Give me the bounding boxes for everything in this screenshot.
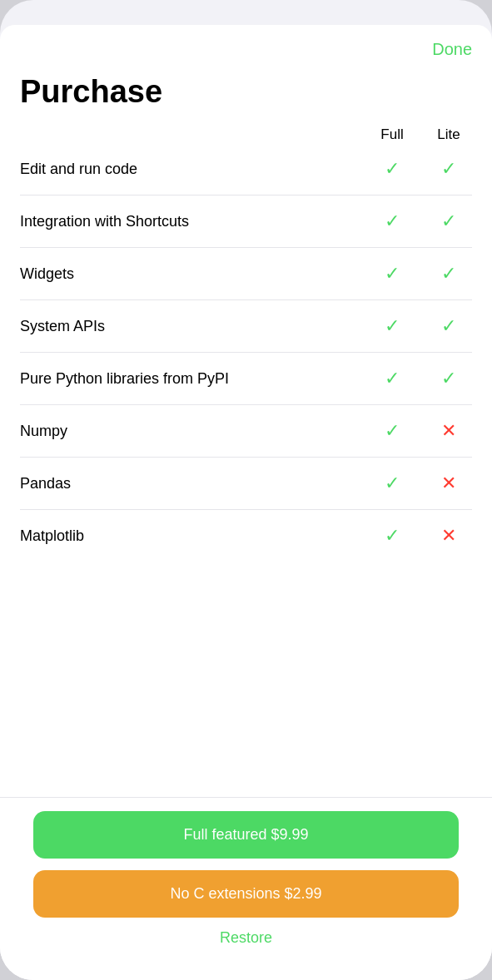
- restore-button[interactable]: Restore: [220, 929, 272, 947]
- feature-row-system-apis: System APIs ✓ ✓: [20, 300, 472, 353]
- lite-check: ✕: [432, 420, 465, 442]
- feature-checks: ✓ ✓: [375, 315, 472, 337]
- modal-sheet: Done Purchase Full Lite Edit and run cod…: [0, 25, 492, 980]
- feature-row-shortcuts: Integration with Shortcuts ✓ ✓: [20, 196, 472, 248]
- lite-column-header: Lite: [432, 126, 465, 143]
- feature-checks: ✓ ✓: [375, 210, 472, 232]
- column-headers: Full Lite: [0, 118, 492, 143]
- feature-row-widgets: Widgets ✓ ✓: [20, 248, 472, 300]
- lite-check: ✓: [432, 210, 465, 232]
- lite-check: ✓: [432, 368, 465, 389]
- restore-row: Restore: [33, 929, 459, 955]
- feature-name: Pandas: [20, 475, 375, 492]
- feature-row-pandas: Pandas ✓ ✕: [20, 458, 472, 510]
- feature-name: Integration with Shortcuts: [20, 213, 375, 230]
- lite-check: ✓: [432, 315, 465, 337]
- feature-name: Numpy: [20, 423, 375, 440]
- feature-name: Edit and run code: [20, 161, 375, 178]
- feature-row-pypi: Pure Python libraries from PyPI ✓ ✓: [20, 353, 472, 405]
- phone-container: Done Purchase Full Lite Edit and run cod…: [0, 0, 492, 980]
- full-check: ✓: [375, 315, 409, 337]
- done-row: Done: [0, 25, 492, 59]
- feature-row-numpy: Numpy ✓ ✕: [20, 405, 472, 458]
- full-check: ✓: [375, 525, 409, 547]
- features-list: Edit and run code ✓ ✓ Integration with S…: [0, 143, 492, 797]
- full-column-header: Full: [375, 126, 409, 143]
- feature-checks: ✓ ✓: [375, 263, 472, 285]
- full-check: ✓: [375, 263, 409, 285]
- lite-check: ✕: [432, 525, 465, 547]
- full-check: ✓: [375, 210, 409, 232]
- feature-checks: ✓ ✕: [375, 525, 472, 547]
- feature-name: Widgets: [20, 265, 375, 283]
- lite-check: ✓: [432, 158, 465, 180]
- page-title: Purchase: [0, 59, 492, 118]
- full-check: ✓: [375, 473, 409, 494]
- feature-row-edit-run: Edit and run code ✓ ✓: [20, 143, 472, 196]
- feature-checks: ✓ ✓: [375, 158, 472, 180]
- feature-checks: ✓ ✓: [375, 368, 472, 389]
- full-featured-button[interactable]: Full featured $9.99: [33, 811, 459, 859]
- feature-name: System APIs: [20, 318, 375, 335]
- feature-checks: ✓ ✕: [375, 473, 472, 494]
- done-button[interactable]: Done: [432, 40, 472, 59]
- lite-check: ✕: [432, 473, 465, 494]
- feature-name: Pure Python libraries from PyPI: [20, 370, 375, 388]
- full-check: ✓: [375, 420, 409, 442]
- full-check: ✓: [375, 368, 409, 389]
- feature-checks: ✓ ✕: [375, 420, 472, 442]
- no-c-extensions-button[interactable]: No C extensions $2.99: [33, 870, 459, 918]
- full-check: ✓: [375, 158, 409, 180]
- feature-row-matplotlib: Matplotlib ✓ ✕: [20, 510, 472, 562]
- lite-check: ✓: [432, 263, 465, 285]
- feature-name: Matplotlib: [20, 527, 375, 545]
- bottom-actions: Full featured $9.99 No C extensions $2.9…: [0, 798, 492, 980]
